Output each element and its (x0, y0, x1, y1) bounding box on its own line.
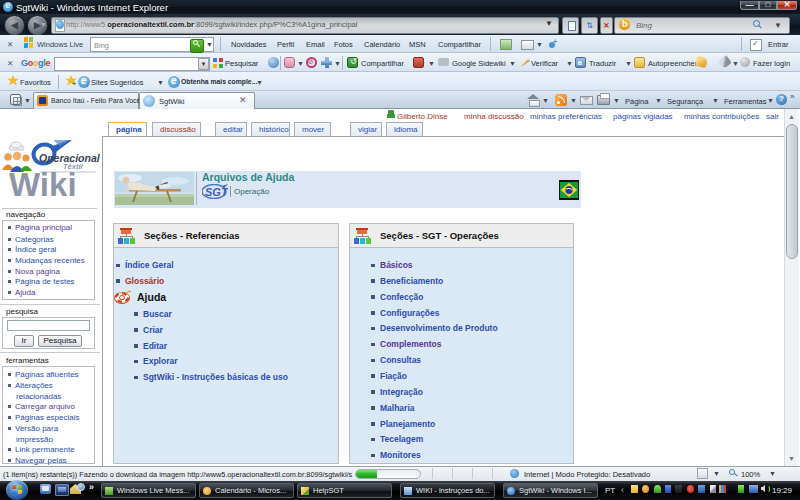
svg-text:SGT: SGT (205, 186, 228, 198)
svg-text:Wiki: Wiki (9, 166, 77, 203)
